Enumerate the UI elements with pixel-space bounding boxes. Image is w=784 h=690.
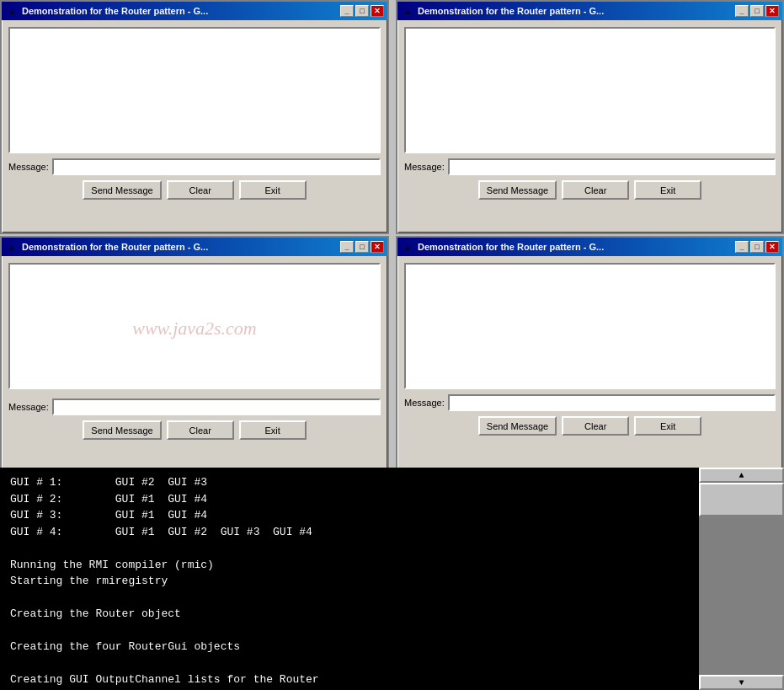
exit-btn-1[interactable]: Exit (239, 180, 307, 200)
textarea-1[interactable] (8, 27, 381, 153)
exit-btn-4[interactable]: Exit (634, 416, 701, 436)
message-input-2[interactable] (448, 158, 776, 175)
gui-window-2: ☕ Demonstration for the Router pattern -… (396, 0, 784, 234)
scrollbar-area: ▲ ▼ (699, 468, 784, 690)
java-icon-1: ☕ (5, 4, 19, 18)
title-text-1: Demonstration for the Router pattern - G… (22, 6, 340, 16)
textarea-3[interactable] (8, 263, 381, 389)
clear-btn-2[interactable]: Clear (562, 180, 629, 200)
window-controls-4: _ □ ✕ (735, 241, 779, 253)
clear-btn-3[interactable]: Clear (167, 420, 234, 440)
scrollbar-thumb[interactable] (699, 483, 784, 516)
message-row-2: Message: (404, 158, 776, 175)
window-controls-3: _ □ ✕ (340, 241, 384, 253)
window-controls-2: _ □ ✕ (735, 5, 779, 17)
maximize-btn-2[interactable]: □ (750, 5, 764, 17)
close-btn-3[interactable]: ✕ (371, 241, 384, 253)
button-row-3: Send Message Clear Exit (8, 420, 381, 440)
message-input-4[interactable] (448, 394, 776, 411)
button-row-2: Send Message Clear Exit (404, 180, 776, 200)
exit-btn-3[interactable]: Exit (239, 420, 307, 440)
windows-area: ☕ Demonstration for the Router pattern -… (0, 0, 784, 468)
window-body-4: Message: Send Message Clear Exit (397, 256, 782, 442)
message-input-3[interactable] (52, 398, 381, 415)
button-row-4: Send Message Clear Exit (404, 416, 776, 436)
scroll-down-btn[interactable]: ▼ (699, 675, 784, 690)
close-btn-4[interactable]: ✕ (765, 241, 779, 253)
clear-btn-1[interactable]: Clear (167, 180, 234, 200)
minimize-btn-2[interactable]: _ (735, 5, 749, 17)
message-input-1[interactable] (52, 158, 381, 175)
message-row-4: Message: (404, 394, 776, 411)
maximize-btn-1[interactable]: □ (355, 5, 369, 17)
minimize-btn-3[interactable]: _ (340, 241, 354, 253)
send-btn-3[interactable]: Send Message (83, 420, 161, 440)
window-body-3: www.java2s.com Message: Send Message Cle… (2, 256, 387, 447)
minimize-btn-4[interactable]: _ (735, 241, 749, 253)
scrollbar-track[interactable] (699, 483, 784, 675)
gui-window-1: ☕ Demonstration for the Router pattern -… (0, 0, 389, 234)
exit-btn-2[interactable]: Exit (634, 180, 701, 200)
titlebar-4: ☕ Demonstration for the Router pattern -… (397, 238, 782, 256)
java-icon-2: ☕ (401, 4, 414, 18)
title-text-2: Demonstration for the Router pattern - G… (418, 6, 735, 16)
button-row-1: Send Message Clear Exit (8, 180, 381, 200)
java-icon-3: ☕ (5, 240, 19, 254)
message-row-1: Message: (8, 158, 381, 175)
send-btn-2[interactable]: Send Message (478, 180, 557, 200)
scroll-up-btn[interactable]: ▲ (699, 468, 784, 483)
close-btn-1[interactable]: ✕ (371, 5, 384, 17)
message-label-4: Message: (404, 398, 445, 408)
message-label-2: Message: (404, 162, 445, 172)
window-controls-1: _ □ ✕ (340, 5, 384, 17)
close-btn-2[interactable]: ✕ (765, 5, 779, 17)
maximize-btn-3[interactable]: □ (355, 241, 369, 253)
titlebar-3: ☕ Demonstration for the Router pattern -… (2, 238, 387, 256)
minimize-btn-1[interactable]: _ (340, 5, 354, 17)
title-text-4: Demonstration for the Router pattern - G… (418, 242, 735, 252)
java-icon-4: ☕ (401, 240, 414, 254)
message-label-1: Message: (8, 162, 49, 172)
gui-window-3: ☕ Demonstration for the Router pattern -… (0, 236, 389, 470)
title-text-3: Demonstration for the Router pattern - G… (22, 242, 340, 252)
titlebar-1: ☕ Demonstration for the Router pattern -… (2, 2, 387, 20)
textarea-2[interactable] (404, 27, 776, 153)
send-btn-1[interactable]: Send Message (83, 180, 161, 200)
window-body-2: Message: Send Message Clear Exit (397, 20, 782, 206)
textarea-4[interactable] (404, 263, 776, 389)
send-btn-4[interactable]: Send Message (478, 416, 557, 436)
gui-window-4: ☕ Demonstration for the Router pattern -… (396, 236, 784, 470)
message-row-3: Message: (8, 398, 381, 415)
message-label-3: Message: (8, 402, 49, 412)
window-body-1: Message: Send Message Clear Exit (2, 20, 387, 206)
clear-btn-4[interactable]: Clear (562, 416, 629, 436)
titlebar-2: ☕ Demonstration for the Router pattern -… (397, 2, 782, 20)
console-output: GUI # 1: GUI #2 GUI #3 GUI # 2: GUI #1 G… (10, 474, 689, 688)
maximize-btn-4[interactable]: □ (750, 241, 764, 253)
console-area: GUI # 1: GUI #2 GUI #3 GUI # 2: GUI #1 G… (0, 468, 699, 690)
